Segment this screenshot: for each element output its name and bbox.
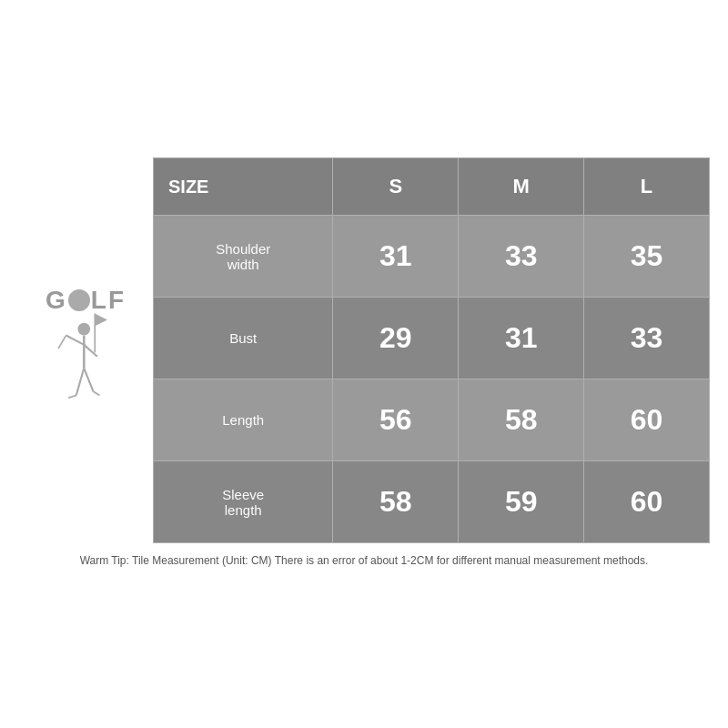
row-1-s: 29: [333, 298, 459, 379]
svg-point-2: [77, 323, 90, 336]
row-3-l: 60: [584, 461, 710, 543]
table-row: Shoulderwidth313335: [154, 216, 710, 298]
page-wrapper: G LF: [0, 0, 728, 728]
row-label-1: Bust: [154, 298, 333, 379]
svg-line-7: [76, 369, 85, 396]
row-label-0: Shoulderwidth: [154, 216, 333, 298]
col-s-header: S: [333, 158, 459, 216]
size-header: SIZE: [154, 158, 333, 216]
svg-line-9: [68, 396, 76, 399]
row-3-m: 59: [459, 461, 584, 543]
header-row: SIZE S M L: [154, 158, 710, 216]
row-2-l: 60: [584, 379, 710, 461]
row-0-s: 31: [333, 216, 459, 298]
row-label-2: Length: [154, 379, 333, 461]
table-row: Bust293133: [154, 298, 710, 379]
row-3-s: 58: [333, 461, 459, 543]
row-label-3: Sleevelength: [154, 461, 333, 543]
row-2-s: 56: [333, 379, 459, 461]
row-0-m: 33: [459, 216, 584, 298]
row-1-m: 31: [459, 298, 584, 379]
row-2-m: 58: [459, 379, 584, 461]
svg-line-10: [94, 391, 100, 395]
row-1-l: 33: [584, 298, 710, 379]
svg-line-8: [84, 369, 93, 392]
col-m-header: M: [459, 158, 584, 216]
svg-line-4: [66, 336, 85, 345]
size-table: SIZE S M L Shoulderwidth313335Bust293133…: [153, 157, 710, 543]
content-area: G LF: [18, 157, 710, 571]
table-row: Length565860: [154, 379, 710, 461]
golf-logo: G LF: [18, 157, 153, 543]
col-l-header: L: [584, 158, 710, 216]
svg-line-6: [58, 336, 66, 349]
golf-logo-inner: G LF: [46, 286, 126, 415]
svg-marker-1: [95, 314, 107, 327]
table-row: Sleevelength585960: [154, 461, 710, 543]
row-0-l: 35: [584, 216, 710, 298]
table-container: G LF: [18, 157, 710, 543]
warm-tip: Warm Tip: Tile Measurement (Unit: CM) Th…: [18, 551, 710, 571]
golfer-silhouette-icon: [49, 306, 122, 415]
